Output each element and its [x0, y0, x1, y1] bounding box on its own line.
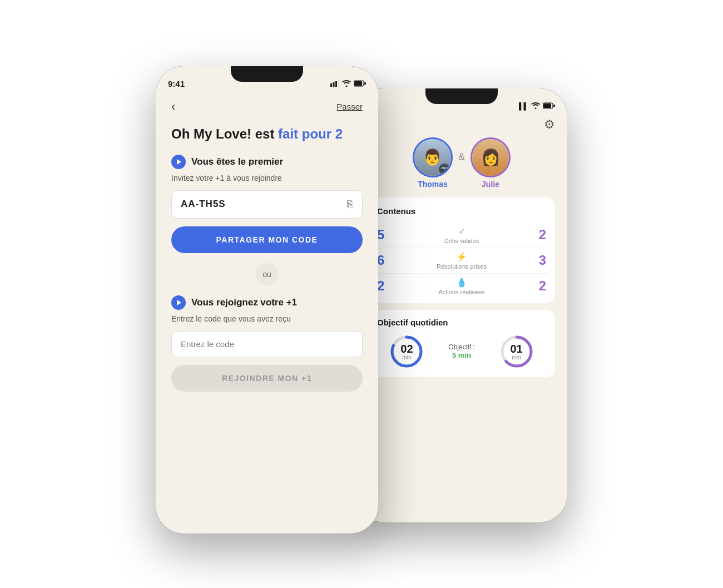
svg-rect-2	[553, 105, 555, 107]
camera-icon[interactable]: 📷	[439, 164, 450, 175]
svg-marker-15	[177, 300, 181, 305]
stat-right-2: 3	[529, 253, 546, 268]
wifi-icon-front	[342, 80, 351, 88]
svg-rect-8	[333, 82, 335, 87]
avatar-ring-thomas: 👨 📷	[413, 137, 453, 177]
svg-rect-10	[338, 80, 340, 87]
or-circle: ou	[256, 263, 278, 285]
front-screen: 9:41 ‹	[156, 66, 378, 533]
stat-left-1: 5	[377, 227, 394, 243]
section2-title-row: Vous rejoignez votre +1	[171, 295, 363, 310]
code-input[interactable]	[171, 331, 363, 357]
settings-row: ⚙	[368, 117, 555, 132]
notch-back	[425, 88, 498, 104]
svg-rect-9	[335, 81, 337, 87]
daily-label: Objectif quotidien	[377, 318, 546, 327]
stat-right-3: 2	[529, 278, 546, 294]
timer-num-2: 01	[510, 343, 522, 354]
timer-inner-2: 01 min	[510, 343, 522, 360]
section2-subtitle: Entrez le code que vous avez reçu	[171, 314, 363, 323]
stat-row-1: 5 ✓ Défis validés 2	[377, 223, 546, 248]
front-content: ‹ Passer Oh My Love! est fait pour 2 Vou…	[156, 94, 378, 506]
thomas-name: Thomas	[418, 180, 448, 189]
share-button[interactable]: PARTAGER MON CODE	[171, 226, 363, 253]
app-scene: ▌▌ ⚙	[111, 44, 612, 545]
couple-row: 👨 📷 Thomas & 👩 Julie	[368, 137, 555, 189]
svg-rect-12	[354, 81, 362, 86]
join-button[interactable]: REJOINDRE MON +1	[171, 365, 363, 392]
or-line-left	[171, 274, 249, 274]
timer-circle-2: 01 min	[499, 334, 534, 369]
phone-back: ▌▌ ⚙	[356, 88, 567, 522]
or-divider: ou	[171, 263, 363, 285]
nav-row: ‹ Passer	[171, 100, 363, 114]
avatar-thomas: 👨 📷 Thomas	[413, 137, 453, 189]
status-icons-back: ▌▌	[519, 102, 555, 111]
svg-rect-7	[330, 83, 332, 87]
stat-center-1: ✓ Défis validés	[394, 226, 529, 244]
section2-icon	[171, 295, 186, 310]
svg-marker-14	[177, 159, 181, 165]
headline: Oh My Love! est fait pour 2	[171, 125, 363, 142]
signal-icon-front	[330, 80, 339, 88]
stats-card: Contenus 5 ✓ Défis validés 2 6	[368, 197, 555, 303]
contenus-label: Contenus	[377, 206, 546, 216]
avatar-julie: 👩 Julie	[471, 137, 511, 189]
stat-row-3: 2 💧 Actions réalisées 2	[377, 274, 546, 299]
avatar-ring-julie: 👩	[471, 137, 511, 177]
ampersand: &	[458, 151, 465, 163]
timer-unit-1: min	[400, 354, 413, 360]
timer-circle-1: 02 min	[389, 334, 424, 369]
lightning-icon: ⚡	[456, 251, 467, 262]
daily-card: Objectif quotidien 02 min	[368, 310, 555, 377]
svg-rect-13	[364, 82, 366, 85]
skip-button[interactable]: Passer	[336, 102, 363, 111]
stat-row-2: 6 ⚡ Résolutions prises 3	[377, 248, 546, 273]
timer-inner-1: 02 min	[400, 343, 413, 360]
code-text: AA-TH5S	[181, 199, 226, 210]
section2-title: Vous rejoignez votre +1	[191, 297, 297, 308]
notch-front	[231, 66, 303, 82]
stat-left-3: 2	[377, 278, 394, 294]
section1-subtitle: Invitez votre +1 à vous rejoindre	[171, 174, 363, 182]
objectif-value: 5 min	[448, 351, 474, 359]
stat-desc-3: Actions réalisées	[438, 289, 484, 295]
timer-num-1: 02	[400, 343, 413, 354]
status-icons-front	[330, 80, 366, 88]
section1-title: Vous êtes le premier	[191, 156, 283, 167]
stat-center-2: ⚡ Résolutions prises	[394, 251, 529, 270]
timer-unit-2: min	[510, 354, 522, 360]
drop-icon: 💧	[456, 277, 467, 288]
headline-part1: Oh My Love! est	[171, 126, 278, 141]
battery-icon-front	[354, 80, 366, 88]
copy-icon[interactable]: ⎘	[347, 199, 353, 210]
section1-icon	[171, 155, 186, 169]
stat-right-1: 2	[529, 227, 546, 243]
daily-row: 02 min Objectif : 5 min	[377, 334, 546, 369]
back-screen: ▌▌ ⚙	[356, 88, 567, 522]
julie-name: Julie	[482, 180, 499, 189]
signal-icon: ▌▌	[519, 102, 528, 110]
or-line-right	[285, 274, 363, 274]
svg-rect-1	[543, 103, 551, 108]
woman-avatar: 👩	[472, 139, 509, 176]
phone-front: 9:41 ‹	[156, 66, 378, 533]
stat-left-2: 6	[377, 253, 394, 268]
section1-title-row: Vous êtes le premier	[171, 155, 363, 169]
daily-center: Objectif : 5 min	[448, 343, 474, 359]
stat-center-3: 💧 Actions réalisées	[394, 277, 529, 295]
settings-icon[interactable]: ⚙	[544, 117, 555, 132]
objectif-label: Objectif :	[448, 343, 474, 351]
check-icon: ✓	[458, 226, 466, 236]
stat-desc-2: Résolutions prises	[437, 263, 487, 270]
wifi-icon	[531, 102, 540, 111]
section2: Vous rejoignez votre +1 Entrez le code q…	[171, 295, 363, 392]
or-text: ou	[263, 270, 271, 279]
stat-desc-1: Défis validés	[444, 238, 479, 244]
code-box: AA-TH5S ⎘	[171, 190, 363, 219]
back-button[interactable]: ‹	[171, 100, 175, 114]
time-display: 9:41	[168, 79, 185, 88]
back-content: ⚙ 👨 📷 Thomas & 👩	[356, 113, 567, 498]
headline-part2: fait pour 2	[278, 126, 343, 141]
battery-icon	[543, 102, 555, 111]
